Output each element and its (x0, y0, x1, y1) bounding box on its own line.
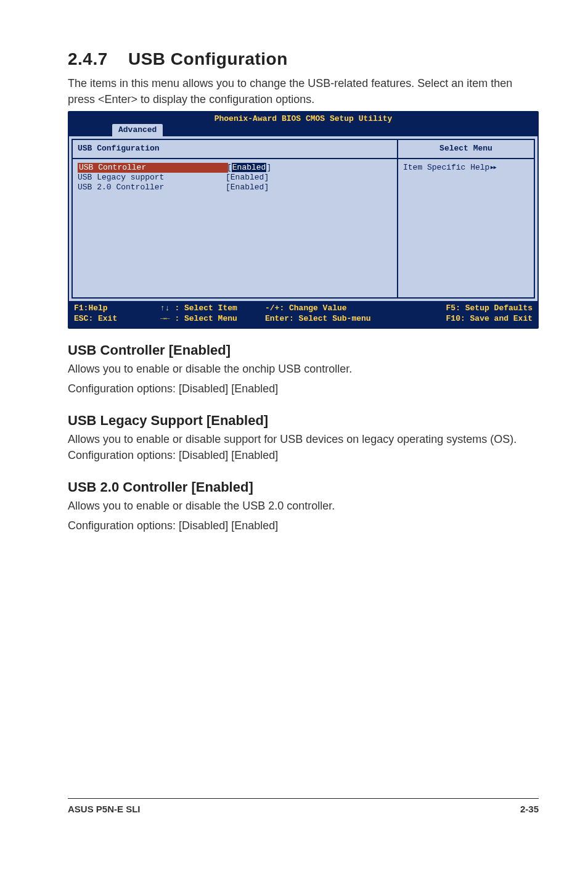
footer-product: ASUS P5N-E SLI (68, 804, 141, 814)
bios-tab-spacer (69, 124, 112, 136)
section-number: 2.4.7 (68, 49, 108, 68)
bios-row-usb-legacy[interactable]: USB Legacy support [Enabled] (78, 173, 392, 183)
bios-row-label: USB Legacy support (78, 173, 226, 183)
bios-row-value: [Enabled] (226, 183, 269, 192)
bios-main-panel: USB Configuration USB Controller [Enable… (71, 139, 398, 299)
body-text: Allows you to enable or disable the USB … (68, 498, 539, 514)
bios-side-help-text: Item Specific Help (403, 163, 489, 172)
bios-tab-bar: Advanced (69, 124, 537, 136)
subhead-usb-legacy: USB Legacy Support [Enabled] (68, 413, 539, 429)
subhead-usb-2-0: USB 2.0 Controller [Enabled] (68, 479, 539, 495)
tab-advanced[interactable]: Advanced (112, 124, 163, 136)
body-text: Configuration options: [Disabled] [Enabl… (68, 381, 539, 397)
bios-footer-col3: -/+: Change Value Enter: Select Sub-menu (265, 303, 407, 324)
bios-footer-col1: F1:Help ESC: Exit (74, 303, 160, 324)
section-intro: The items in this menu allows you to cha… (68, 75, 539, 107)
page-footer: ASUS P5N-E SLI 2-35 (68, 798, 539, 814)
bios-footer-col4: F5: Setup Defaults F10: Save and Exit (407, 303, 533, 324)
body-text: Configuration options: [Disabled] [Enabl… (68, 518, 539, 534)
subhead-usb-controller: USB Controller [Enabled] (68, 342, 539, 358)
bios-rows: USB Controller [Enabled] USB Legacy supp… (73, 159, 397, 197)
bios-row-label: USB Controller (78, 163, 228, 173)
body-text: Allows you to enable or disable support … (68, 431, 539, 463)
bios-row-usb-controller[interactable]: USB Controller [Enabled] (78, 163, 392, 173)
bios-row-value: [Enabled] (227, 163, 271, 173)
section-heading: 2.4.7 USB Configuration (68, 49, 539, 69)
bios-side-panel: Select Menu Item Specific Help▸▸ (398, 139, 535, 299)
bios-side-title: Select Menu (398, 140, 534, 159)
body-text: Allows you to enable or disable the onch… (68, 361, 539, 377)
bios-screenshot: Phoenix-Award BIOS CMOS Setup Utility Ad… (68, 111, 539, 329)
footer-page-number: 2-35 (520, 804, 539, 814)
bios-footer-col2: ↑↓ : Select Item →← : Select Menu (160, 303, 265, 324)
section-title: USB Configuration (128, 49, 288, 68)
bios-utility-title: Phoenix-Award BIOS CMOS Setup Utility (69, 112, 537, 124)
bios-row-label: USB 2.0 Controller (78, 183, 226, 192)
triangle-icon: ▸▸ (489, 163, 496, 172)
bios-panel-title: USB Configuration (73, 140, 397, 159)
bios-row-value: [Enabled] (226, 173, 269, 183)
bios-row-usb-2-0[interactable]: USB 2.0 Controller [Enabled] (78, 183, 392, 192)
bios-footer-bar: F1:Help ESC: Exit ↑↓ : Select Item →← : … (69, 301, 537, 328)
bios-body: USB Configuration USB Controller [Enable… (69, 136, 537, 301)
bios-side-help: Item Specific Help▸▸ (398, 159, 534, 176)
